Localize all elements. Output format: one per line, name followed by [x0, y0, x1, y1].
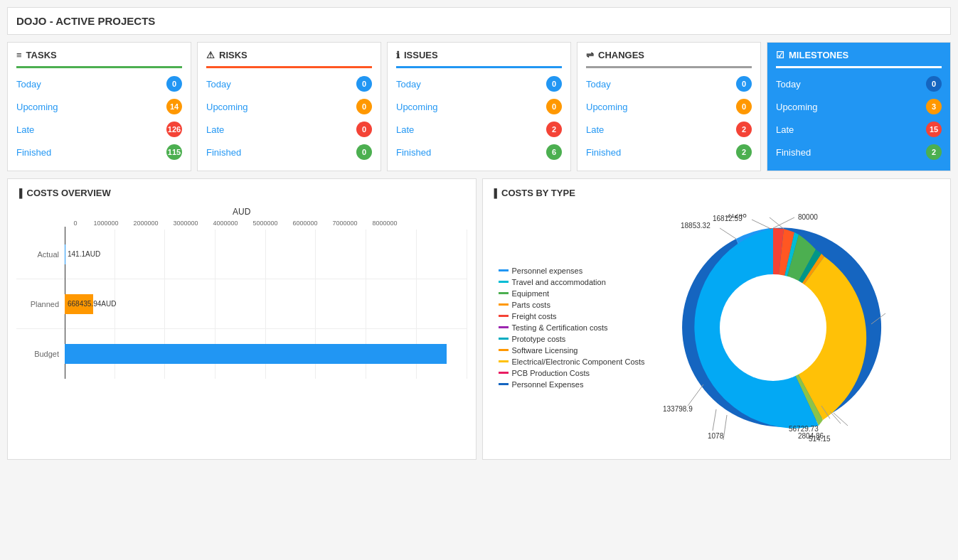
risks-late-row[interactable]: Late 0 [206, 118, 372, 141]
donut-hole [720, 274, 826, 381]
risks-finished-row[interactable]: Finished 0 [206, 141, 372, 163]
changes-upcoming-label: Upcoming [586, 102, 628, 112]
milestones-today-label: Today [776, 79, 801, 90]
issues-upcoming-badge: 0 [546, 99, 562, 114]
pgrid-3 [165, 279, 215, 328]
legend-color-2 [499, 292, 509, 294]
legend-color-9 [499, 372, 509, 374]
milestones-upcoming-row[interactable]: Upcoming 3 [776, 95, 942, 118]
issues-today-badge: 0 [546, 76, 562, 92]
bottom-panels: COSTS OVERVIEW AUD 0 1000000 2000000 300… [7, 178, 951, 460]
actual-bar-area: 141.1AUD [65, 230, 467, 279]
changes-late-row[interactable]: Late 2 [586, 118, 752, 141]
axis-5: 5000000 [245, 220, 285, 227]
costs-by-type-panel: COSTS BY TYPE Personnel expenses Travel … [482, 178, 952, 460]
legend-color-0 [499, 269, 509, 271]
legend-color-5 [499, 326, 509, 328]
ann-text-7: 514.15 [809, 435, 831, 441]
risks-finished-badge: 0 [356, 144, 372, 160]
issues-late-row[interactable]: Late 2 [396, 118, 562, 141]
ann-line-2 [752, 220, 770, 228]
pgrid-8 [417, 279, 467, 328]
changes-finished-row[interactable]: Finished 2 [586, 141, 752, 163]
milestones-finished-label: Finished [776, 147, 811, 158]
costs-by-type-icon [491, 188, 498, 198]
grid-4 [215, 230, 266, 279]
grid-7 [366, 230, 417, 279]
legend-item-8: Electrical/Electronic Component Costs [499, 357, 645, 366]
legend-color-6 [499, 338, 509, 340]
legend-item-9: PCB Production Costs [499, 369, 645, 377]
planned-bar-area: 668435.94AUD [65, 279, 467, 328]
tasks-upcoming-row[interactable]: Upcoming 14 [16, 95, 182, 118]
issues-icon [396, 50, 400, 60]
axis-4: 4000000 [206, 220, 245, 227]
axis-7: 7000000 [325, 220, 365, 227]
changes-upcoming-row[interactable]: Upcoming 0 [586, 95, 752, 118]
changes-card: CHANGES Today 0 Upcoming 0 Late 2 Finish… [577, 42, 761, 171]
changes-finished-badge: 2 [736, 144, 752, 160]
pgrid-7 [366, 279, 417, 328]
milestones-card-header: MILESTONES [776, 50, 942, 68]
milestones-today-badge: 0 [926, 76, 942, 92]
axis-1: 1000000 [86, 220, 126, 227]
legend-item-10: Personnel Expenses [499, 380, 645, 389]
actual-label: Actual [16, 250, 65, 259]
milestones-finished-row[interactable]: Finished 2 [776, 141, 942, 163]
legend-label-4: Freight costs [512, 312, 557, 321]
milestones-icon [776, 50, 784, 60]
risks-late-badge: 0 [356, 122, 372, 137]
milestones-upcoming-badge: 3 [926, 99, 942, 114]
page-container: DOJO - ACTIVE PROJECTS TASKS Today 0 Upc… [0, 0, 958, 467]
milestones-card: MILESTONES Today 0 Upcoming 3 Late 15 Fi… [767, 42, 951, 171]
tasks-upcoming-badge: 14 [166, 99, 182, 114]
milestones-upcoming-label: Upcoming [776, 102, 818, 112]
milestones-today-row[interactable]: Today 0 [776, 72, 942, 95]
issues-today-row[interactable]: Today 0 [396, 72, 562, 95]
ann-text-3: 21248 [727, 214, 747, 219]
donut-container: Personnel expenses Travel and accommodat… [491, 207, 942, 451]
changes-today-row[interactable]: Today 0 [586, 72, 752, 95]
risks-today-badge: 0 [356, 76, 372, 92]
grid-2 [115, 230, 166, 279]
chart-axis-label: AUD [16, 207, 467, 217]
tasks-late-row[interactable]: Late 126 [16, 118, 182, 141]
pgrid-2 [115, 279, 166, 328]
tasks-card: TASKS Today 0 Upcoming 14 Late 126 Finis… [7, 42, 191, 171]
budget-bar-area [65, 329, 467, 379]
legend-item-3: Parts costs [499, 301, 645, 309]
ann-line-10 [723, 415, 727, 440]
risks-upcoming-row[interactable]: Upcoming 0 [206, 95, 372, 118]
tasks-late-badge: 126 [166, 122, 182, 137]
tasks-finished-row[interactable]: Finished 115 [16, 141, 182, 163]
issues-card-header: ISSUES [396, 50, 562, 68]
grid-3 [165, 230, 215, 279]
legend-color-4 [499, 315, 509, 317]
axis-6: 6000000 [285, 220, 325, 227]
tasks-icon [16, 50, 22, 60]
summary-cards: TASKS Today 0 Upcoming 14 Late 126 Finis… [7, 42, 951, 171]
ann-line-8 [688, 384, 703, 406]
milestones-late-row[interactable]: Late 15 [776, 118, 942, 141]
milestones-label: MILESTONES [789, 50, 848, 60]
risks-upcoming-badge: 0 [356, 99, 372, 114]
tasks-today-row[interactable]: Today 0 [16, 72, 182, 95]
issues-upcoming-label: Upcoming [396, 102, 438, 112]
changes-late-label: Late [586, 124, 604, 135]
risks-card-header: RISKS [206, 50, 372, 68]
costs-overview-title: COSTS OVERVIEW [16, 188, 467, 198]
legend-label-0: Personnel expenses [512, 266, 583, 275]
issues-finished-row[interactable]: Finished 6 [396, 141, 562, 163]
issues-upcoming-row[interactable]: Upcoming 0 [396, 95, 562, 118]
risks-upcoming-label: Upcoming [206, 102, 248, 112]
grid-8 [417, 230, 467, 279]
ann-line-9 [713, 409, 716, 431]
legend-label-6: Prototype costs [512, 335, 566, 343]
legend-color-10 [499, 383, 509, 385]
changes-label: CHANGES [598, 50, 644, 60]
legend-label-8: Electrical/Electronic Component Costs [512, 357, 645, 366]
risks-label: RISKS [219, 50, 248, 60]
budget-bar-row: Budget [16, 329, 467, 379]
risks-today-row[interactable]: Today 0 [206, 72, 372, 95]
risks-late-label: Late [206, 124, 224, 135]
